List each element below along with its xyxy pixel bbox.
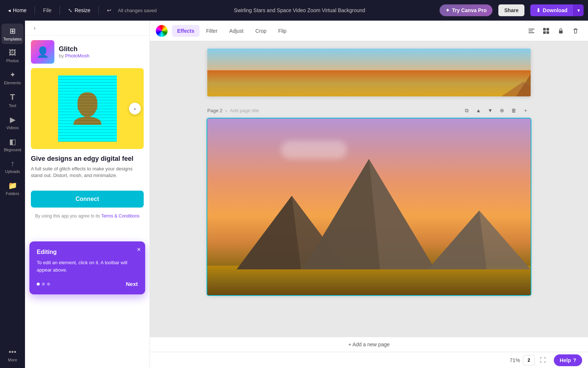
panel-back-button[interactable]: ‹ <box>25 21 150 36</box>
svg-rect-0 <box>528 29 534 29</box>
sidebar-item-more[interactable]: ••• More <box>1 345 24 365</box>
sidebar-item-label: More <box>8 358 17 362</box>
by-label: by <box>59 53 65 59</box>
document-title: Swirling Stars and Space Video Zoom Virt… <box>162 7 437 13</box>
glitch-header: 👤 Glitch by PhotoMosh <box>25 36 150 68</box>
style-icon-button[interactable] <box>525 24 538 38</box>
help-question-icon: ? <box>573 357 576 363</box>
glitch-lines-overlay <box>58 75 117 142</box>
download-icon: ⬇ <box>536 7 541 13</box>
sidebar-item-label: Templates <box>3 37 22 41</box>
trash-icon <box>572 27 579 35</box>
sidebar-item-elements[interactable]: ✦ Elements <box>1 67 24 88</box>
sidebar-item-videos[interactable]: ▶ Videos <box>1 112 24 133</box>
sidebar-item-folders[interactable]: 📁 Folders <box>1 178 24 199</box>
lock-icon <box>557 27 564 35</box>
more-icon: ••• <box>8 348 16 356</box>
tooltip-dots <box>37 283 50 286</box>
sidebar-item-label: Uploads <box>5 169 20 174</box>
glitch-next-button[interactable]: › <box>129 103 141 114</box>
tab-flip[interactable]: Flip <box>273 25 292 37</box>
tooltip-footer: Next <box>37 281 138 287</box>
tooltip-close-button[interactable]: × <box>137 246 141 254</box>
glitch-author-link[interactable]: PhotoMosh <box>65 53 89 59</box>
page-down-button[interactable]: ▼ <box>485 105 495 116</box>
share-button[interactable]: Share <box>498 4 524 16</box>
tooltip-title: Editing <box>37 249 138 255</box>
home-button[interactable]: ◂ Home <box>4 5 30 15</box>
lock-icon-button[interactable] <box>554 24 567 38</box>
nav-separator-2 <box>60 6 60 15</box>
page-2-number: Page 2 <box>207 108 222 113</box>
canvas-page-2[interactable]: ↻ <box>207 118 531 295</box>
add-page-bar[interactable]: + Add a new page <box>150 337 588 352</box>
side-panel: ‹ 👤 Glitch by PhotoMosh 👤 › Give design <box>25 21 150 368</box>
try-pro-button[interactable]: ✦ Try Canva Pro <box>440 4 492 16</box>
svg-rect-5 <box>543 31 546 34</box>
uploads-icon: ↑ <box>11 159 14 168</box>
sidebar-item-photos[interactable]: 🖼 Photos <box>1 46 24 66</box>
svg-rect-3 <box>543 28 546 31</box>
svg-rect-7 <box>559 31 563 33</box>
background-icon: ◧ <box>9 137 16 146</box>
glitch-title: Glitch <box>59 45 89 53</box>
download-button[interactable]: ⬇ Download <box>530 4 573 16</box>
sidebar-item-text[interactable]: T Text <box>1 89 24 111</box>
undo-button[interactable]: ↩ <box>103 5 115 15</box>
chevron-left-icon: ‹ <box>34 25 36 31</box>
color-picker-button[interactable] <box>156 25 168 37</box>
svg-marker-9 <box>501 82 531 96</box>
download-button-group: ⬇ Download ▾ <box>530 4 584 16</box>
help-button[interactable]: Help ? <box>554 354 582 366</box>
resize-label: Resize <box>75 7 90 13</box>
bottom-bar: 71% 2 ⛶ Help ? <box>150 352 588 368</box>
canvas-page-1[interactable] <box>207 49 531 96</box>
sidebar-item-label: Elements <box>4 81 21 85</box>
tab-effects[interactable]: Effects <box>172 25 200 37</box>
sidebar-item-label: Folders <box>6 191 19 196</box>
page-copy-button[interactable]: ⊕ <box>497 105 507 116</box>
page-2-separator: - <box>225 108 227 113</box>
connect-button[interactable]: Connect <box>31 191 144 208</box>
resize-button[interactable]: ⤡ Resize <box>64 5 94 15</box>
autosave-status: All changes saved <box>118 8 157 13</box>
sidebar-item-uploads[interactable]: ↑ Uploads <box>1 156 24 177</box>
terms-text: By using this app you agree to its Terms… <box>25 213 150 224</box>
tab-adjust[interactable]: Adjust <box>224 25 249 37</box>
desert-image <box>207 49 531 96</box>
glitch-preview: 👤 › <box>31 68 144 149</box>
terms-link[interactable]: Terms & Conditions <box>101 213 139 219</box>
left-sidebar: ⊞ Templates 🖼 Photos ✦ Elements T Text ▶… <box>0 21 25 368</box>
canvas-scroll[interactable]: Page 2 - Add page title ⧉ ▲ ▼ ⊕ 🗑 + <box>150 41 588 337</box>
desert-rocks-svg <box>457 60 531 96</box>
pyramids-svg <box>207 137 531 269</box>
svg-marker-15 <box>428 210 487 269</box>
photos-icon: 🖼 <box>9 49 16 57</box>
zoom-level: 71% <box>510 357 520 363</box>
delete-icon-button[interactable] <box>569 24 582 38</box>
page-up-button[interactable]: ▲ <box>473 105 484 116</box>
style-icon <box>528 27 535 35</box>
sidebar-item-label: Text <box>9 103 16 108</box>
page-duplicate-button[interactable]: ⧉ <box>462 105 472 116</box>
page-add-button[interactable]: + <box>520 105 531 116</box>
page-2-title-placeholder[interactable]: Add page title <box>230 108 259 113</box>
grid-icon-button[interactable] <box>539 24 553 38</box>
canvas-area: Effects Filter Adjust Crop Flip <box>150 21 588 368</box>
download-dropdown-button[interactable]: ▾ <box>573 4 584 16</box>
tab-crop[interactable]: Crop <box>250 25 272 37</box>
sidebar-item-label: Photos <box>6 59 19 63</box>
tooltip-body: To edit an element, click on it. A toolb… <box>37 259 138 273</box>
page-delete-button[interactable]: 🗑 <box>509 105 519 116</box>
tooltip-next-button[interactable]: Next <box>126 281 138 287</box>
sidebar-item-background[interactable]: ◧ Bkground <box>1 134 24 155</box>
file-button[interactable]: File <box>39 5 55 15</box>
folders-icon: 📁 <box>8 181 17 190</box>
tab-filter[interactable]: Filter <box>201 25 223 37</box>
page-2-actions: ⧉ ▲ ▼ ⊕ 🗑 + <box>462 105 531 116</box>
sidebar-item-label: Bkground <box>4 148 21 152</box>
page-indicator[interactable]: 2 <box>523 355 535 365</box>
text-icon: T <box>10 92 15 102</box>
fullscreen-button[interactable]: ⛶ <box>538 355 548 365</box>
sidebar-item-templates[interactable]: ⊞ Templates <box>1 24 24 44</box>
